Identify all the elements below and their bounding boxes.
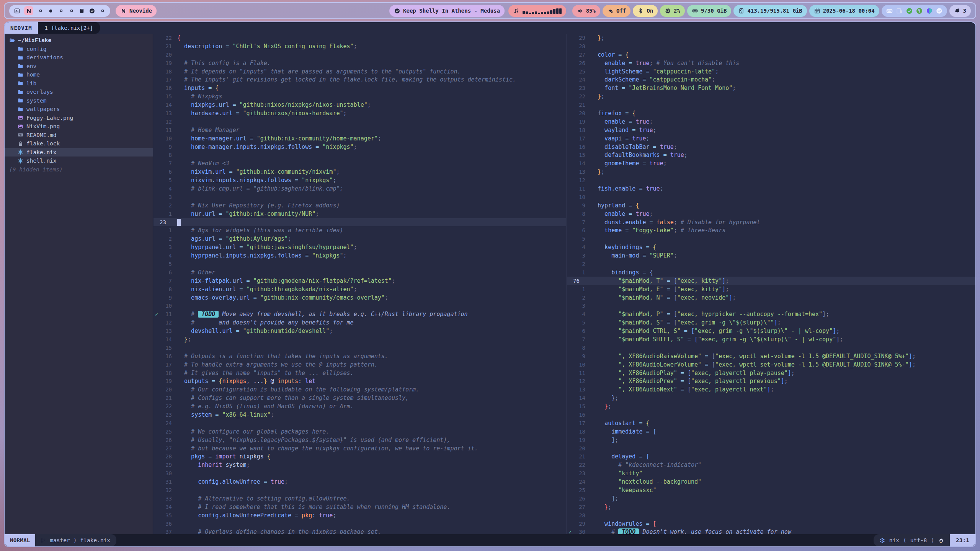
- volume-pill[interactable]: 85%: [572, 5, 600, 17]
- line-number: 29: [160, 462, 172, 468]
- code-line: 9 home-manager.inputs.nixpkgs.follows = …: [154, 143, 566, 151]
- statusline-right: nix ( utf-8 ( 23:1: [874, 534, 975, 546]
- code-line: 9 hyprland = {: [567, 201, 975, 210]
- tree-item-readme-md[interactable]: README.md: [5, 131, 153, 140]
- code-line: 1 "$mainMod, E" = ["exec, kitty"];: [567, 285, 975, 293]
- workspaces-pill[interactable]: [9, 5, 110, 17]
- clock-pill[interactable]: 2025-06-18 00:04: [809, 5, 879, 17]
- tree-item--nixflake[interactable]: ~/NixFlake: [5, 36, 153, 45]
- key-icon[interactable]: [916, 6, 923, 15]
- line-number: 28: [573, 43, 585, 49]
- line-number: 20: [573, 445, 585, 452]
- tree-item-lib[interactable]: lib: [5, 79, 153, 88]
- keyboard-icon[interactable]: [886, 6, 893, 15]
- line-number: 9: [573, 353, 585, 359]
- tree-item-label: Foggy-Lake.png: [26, 115, 73, 121]
- code-line: 4 # blink-cmp.url = "github:saghen/blink…: [154, 184, 566, 193]
- vpn-icon[interactable]: [926, 6, 933, 15]
- code-text: enable = true; # You can't disable this: [585, 60, 739, 67]
- workspace-9[interactable]: [99, 6, 106, 15]
- wifi-off-icon: [607, 6, 614, 15]
- line-number: 25: [573, 487, 585, 493]
- network-pill[interactable]: Off: [603, 5, 630, 17]
- disk-pill[interactable]: 413.19/915.81 GiB: [733, 5, 807, 17]
- tree-item-derivations[interactable]: derivations: [5, 53, 153, 62]
- tree-item-flake-nix[interactable]: flake.nix: [5, 148, 153, 157]
- line-number: 5: [573, 320, 585, 326]
- statusline-filename: flake.nix: [80, 537, 111, 543]
- code-text: enable = true;: [585, 118, 653, 125]
- code-line: 4 "$mainMod, P" = ["exec, hyprpicker --a…: [567, 310, 975, 318]
- code-line: 7 "$mainMod SHIFT, S" = ["exec, grim -g …: [567, 335, 975, 344]
- folder-icon: [18, 63, 23, 69]
- editor-pane-left[interactable]: 22{21 description = "ChUrl's NixOS confi…: [154, 34, 566, 534]
- code-text: disableTabBar = true;: [585, 143, 677, 150]
- code-line: 14 };: [567, 394, 975, 402]
- tree-item-nixvim-png[interactable]: NixVim.png: [5, 122, 153, 131]
- line-number: 25: [573, 68, 585, 75]
- code-line: 35 config.allowUnfreePredicate = pkg: tr…: [154, 511, 566, 520]
- ram-pill[interactable]: 9/30 GiB: [687, 5, 731, 17]
- code-text: lightScheme = "catppuccin-latte";: [585, 68, 719, 75]
- code-line: 4 keybindings = {: [567, 243, 975, 251]
- line-number: 14: [573, 160, 585, 166]
- notifications-pill[interactable]: 3: [949, 5, 971, 17]
- tree-item--9-hidden-items-[interactable]: (9 hidden items): [5, 165, 153, 174]
- workspace-spotify[interactable]: [89, 6, 95, 15]
- neovide-window: NEOVIM 1 flake.nix[2+] ~/NixFlakeconfigd…: [4, 21, 976, 547]
- workspace-5[interactable]: [58, 6, 64, 15]
- editor-pane-right[interactable]: 29 };2827 color = {26 enable = true; # Y…: [567, 34, 975, 534]
- check-circle-icon[interactable]: [906, 6, 913, 15]
- code-line: 22 # e.g. NixOS (linux) and MacOS (darwi…: [154, 402, 566, 411]
- tree-item-flake-lock[interactable]: flake.lock: [5, 139, 153, 148]
- code-line: 25 # We configure our global packages he…: [154, 427, 566, 436]
- code-line: 1 # Ags for widgets (this was a terrible…: [154, 226, 566, 235]
- tree-item-config[interactable]: config: [5, 45, 153, 54]
- tree-item-label: derivations: [26, 54, 63, 60]
- line-number: 32: [160, 487, 172, 493]
- line-number: 15: [573, 152, 585, 158]
- workspace-box[interactable]: [78, 6, 85, 15]
- bluetooth-pill[interactable]: On: [633, 5, 658, 17]
- tree-item-system[interactable]: system: [5, 96, 153, 105]
- code-text: enable = true;: [585, 210, 653, 217]
- music-pill[interactable]: Keep Shelly In Athens - Medusa: [389, 5, 505, 17]
- code-line: 36: [154, 520, 566, 528]
- code-line: 2 # Nix User Repository (e.g. Firefox ad…: [154, 201, 566, 210]
- code-text: font = "JetBrainsMono Nerd Font Mono";: [585, 85, 736, 91]
- code-text: "nextcloud --background": [585, 478, 701, 485]
- tree-item-shell-nix[interactable]: shell.nix: [5, 156, 153, 165]
- line-number: 1: [573, 286, 585, 292]
- code-line: 24: [154, 419, 566, 427]
- workspace-3[interactable]: [37, 6, 44, 15]
- tree-item-env[interactable]: env: [5, 62, 153, 71]
- system-tray[interactable]: [882, 5, 947, 17]
- tab-flake-nix[interactable]: 1 flake.nix[2+]: [38, 22, 100, 34]
- code-line: 20: [567, 444, 975, 453]
- tree-item-foggy-lake-png[interactable]: Foggy-Lake.png: [5, 114, 153, 122]
- clipboard-icon[interactable]: [896, 6, 903, 15]
- workspace-flame[interactable]: [47, 6, 54, 15]
- workspace-6[interactable]: [68, 6, 75, 15]
- tree-item-home[interactable]: home: [5, 70, 153, 79]
- workspace-neovide[interactable]: [24, 6, 33, 15]
- code-text: config.allowUnfreePredicate = pkg: true;: [172, 512, 336, 519]
- cpu-pill[interactable]: 2%: [660, 5, 685, 17]
- spotify-icon[interactable]: [936, 6, 942, 15]
- code-text: pkgs = import nixpkgs {: [172, 453, 271, 460]
- line-number: 23: [573, 85, 585, 91]
- line-number: 10: [573, 362, 585, 368]
- code-text: # blink-cmp.url = "github:saghen/blink.c…: [172, 185, 343, 192]
- tree-item-wallpapers[interactable]: wallpapers: [5, 105, 153, 114]
- line-number: 7: [573, 336, 585, 342]
- line-number: 27: [573, 504, 585, 510]
- git-branch-label: master: [50, 537, 70, 543]
- nix-icon: [18, 149, 23, 155]
- line-number: 24: [573, 77, 585, 83]
- code-line: 14 nixpkgs.url = "github:nixos/nixpkgs/n…: [154, 101, 566, 109]
- tree-item-overlays[interactable]: overlays: [5, 88, 153, 96]
- cpu-pill-label: 2%: [674, 8, 680, 14]
- file-tree[interactable]: ~/NixFlakeconfigderivationsenvhomelibove…: [5, 34, 153, 534]
- workspace-terminal[interactable]: [14, 6, 20, 15]
- code-line: 17 vaapi = true;: [567, 134, 975, 143]
